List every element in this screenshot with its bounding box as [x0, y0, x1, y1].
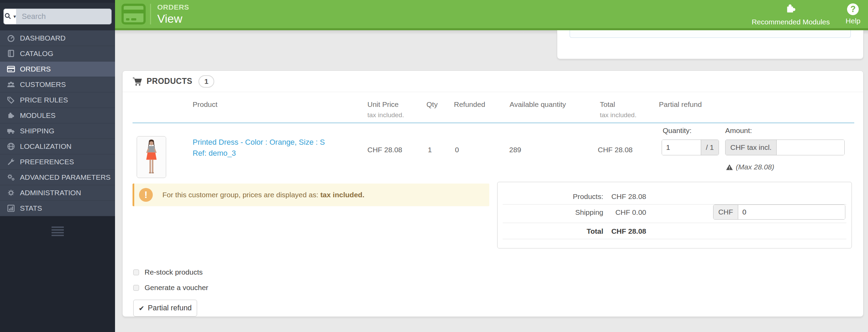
products-panel-title: PRODUCTS	[147, 77, 192, 86]
gears-icon	[6, 173, 15, 182]
sidebar-item-label: LOCALIZATION	[20, 142, 71, 151]
previous-panel-bottom	[557, 30, 864, 59]
sidebar-item-label: PRICE RULES	[20, 96, 68, 104]
users-icon	[6, 80, 15, 89]
sidebar-item-shipping[interactable]: SHIPPING	[0, 123, 115, 139]
gear-icon	[6, 188, 15, 198]
product-ref: Ref: demo_3	[193, 148, 325, 159]
orders-credit-card-icon	[121, 3, 146, 25]
order-totals-box: Products: CHF 28.08 Shipping CHF 0.00 CH…	[497, 182, 852, 248]
sidebar-item-dashboard[interactable]: DASHBOARD	[0, 30, 115, 46]
sidebar-item-stats[interactable]: STATS	[0, 200, 115, 216]
col-header-product: Product	[193, 100, 217, 109]
sidebar-item-label: CATALOG	[20, 49, 53, 58]
puzzle-icon	[785, 2, 797, 16]
shipping-refund-input[interactable]	[738, 205, 845, 219]
cell-total: CHF 28.08	[598, 146, 633, 154]
sidebar-item-price-rules[interactable]: PRICE RULES	[0, 92, 115, 108]
sidebar-item-label: MODULES	[20, 111, 56, 120]
sidebar-item-customers[interactable]: CUSTOMERS	[0, 77, 115, 92]
book-icon	[6, 49, 15, 58]
refund-amount-group: CHF tax incl.	[725, 140, 845, 155]
col-note-unit-price: tax included.	[367, 111, 404, 119]
refund-amount-label: Amount:	[725, 126, 752, 135]
refund-max-note: (Max 28.08)	[726, 163, 774, 171]
recommended-modules-button[interactable]: Recommended Modules	[752, 2, 830, 26]
sidebar-item-administration[interactable]: ADMINISTRATION	[0, 185, 115, 200]
refund-amount-currency-addon: CHF tax incl.	[726, 140, 777, 155]
restock-option: Re-stock products	[133, 268, 203, 276]
sidebar-item-label: CUSTOMERS	[20, 80, 66, 89]
product-name: Printed Dress - Color : Orange, Size : S	[193, 137, 325, 148]
sidebar-item-catalog[interactable]: CATALOG	[0, 46, 115, 61]
sidebar-item-orders[interactable]: ORDERS	[0, 61, 115, 77]
col-note-total: tax included.	[600, 111, 637, 119]
page-header: ORDERS View Recommended Modules ? Help	[115, 0, 868, 30]
totals-shipping-value: CHF 0.00	[607, 208, 646, 217]
col-header-qty: Qty	[426, 100, 438, 109]
sidebar-item-label: ADMINISTRATION	[20, 189, 81, 197]
dashboard-icon	[6, 34, 15, 43]
header-divider	[150, 4, 151, 24]
restock-checkbox[interactable]	[133, 269, 139, 275]
restock-label: Re-stock products	[145, 268, 203, 276]
collapse-menu-icon[interactable]	[52, 226, 64, 236]
products-panel-header: PRODUCTS 1	[123, 71, 863, 92]
refund-quantity-max-addon: / 1	[701, 140, 719, 155]
sidebar-search-area: ▾	[0, 0, 115, 30]
totals-products-label: Products:	[498, 192, 603, 201]
tax-display-alert-text: For this customer group, prices are disp…	[162, 191, 364, 199]
partial-refund-button-label: Partial refund	[148, 304, 192, 312]
col-header-refunded: Refunded	[454, 100, 485, 109]
totals-shipping-label: Shipping	[498, 208, 603, 217]
prestashop-admin-screen: ▾ DASHBOARD CATALOG ORDERS CUSTOMERS	[0, 0, 868, 332]
sidebar-item-label: STATS	[20, 204, 42, 212]
check-icon: ✔	[139, 304, 145, 312]
page-header-left: ORDERS View	[115, 0, 189, 28]
help-icon: ?	[847, 3, 859, 15]
search-icon	[4, 12, 12, 21]
refund-quantity-label: Quantity:	[663, 126, 692, 135]
partial-refund-button[interactable]: ✔ Partial refund	[133, 300, 197, 317]
col-header-partial-refund: Partial refund	[659, 100, 702, 109]
shipping-refund-group: CHF	[713, 204, 845, 220]
exclamation-icon: !	[139, 188, 153, 202]
tax-display-alert: ! For this customer group, prices are di…	[133, 184, 489, 206]
product-link[interactable]: Printed Dress - Color : Orange, Size : S…	[193, 137, 325, 159]
cell-unit-price: CHF 28.08	[367, 146, 402, 154]
refund-quantity-input[interactable]	[662, 140, 701, 155]
totals-total-value: CHF 28.08	[607, 227, 646, 235]
cell-qty: 1	[428, 146, 432, 154]
voucher-option: Generate a voucher	[133, 284, 208, 292]
chevron-down-icon: ▾	[13, 13, 16, 20]
help-button[interactable]: ? Help	[846, 3, 860, 25]
sidebar-item-advanced-parameters[interactable]: ADVANCED PARAMETERS	[0, 169, 115, 185]
page-title: View	[157, 12, 189, 25]
puzzle-icon	[6, 111, 15, 120]
sidebar: ▾ DASHBOARD CATALOG ORDERS CUSTOMERS	[0, 0, 115, 332]
col-header-available: Available quantity	[510, 100, 566, 109]
search-scope-button[interactable]: ▾	[4, 9, 16, 24]
sidebar-item-preferences[interactable]: PREFERENCES	[0, 154, 115, 169]
page-header-actions: Recommended Modules ? Help	[752, 2, 868, 26]
previous-panel-inner-box	[570, 30, 851, 38]
sidebar-item-modules[interactable]: MODULES	[0, 108, 115, 123]
refund-amount-input[interactable]	[777, 140, 844, 155]
search-input[interactable]	[16, 9, 112, 24]
breadcrumb: ORDERS	[157, 3, 189, 11]
sidebar-item-label: DASHBOARD	[20, 34, 66, 42]
voucher-checkbox[interactable]	[133, 285, 139, 291]
col-header-unit-price: Unit Price	[367, 100, 399, 109]
product-thumbnail[interactable]	[137, 136, 166, 178]
wrench-icon	[6, 157, 15, 167]
globe-icon	[6, 142, 15, 151]
warning-icon	[726, 164, 733, 171]
content-area: PRODUCTS 1 Product Unit Price tax includ…	[115, 30, 868, 332]
truck-icon	[6, 126, 15, 136]
help-label: Help	[846, 17, 860, 25]
credit-card-icon	[6, 65, 15, 74]
products-count-badge: 1	[198, 75, 214, 88]
sidebar-item-localization[interactable]: LOCALIZATION	[0, 139, 115, 154]
sidebar-footer	[0, 216, 115, 332]
refund-quantity-group: / 1	[662, 140, 719, 155]
